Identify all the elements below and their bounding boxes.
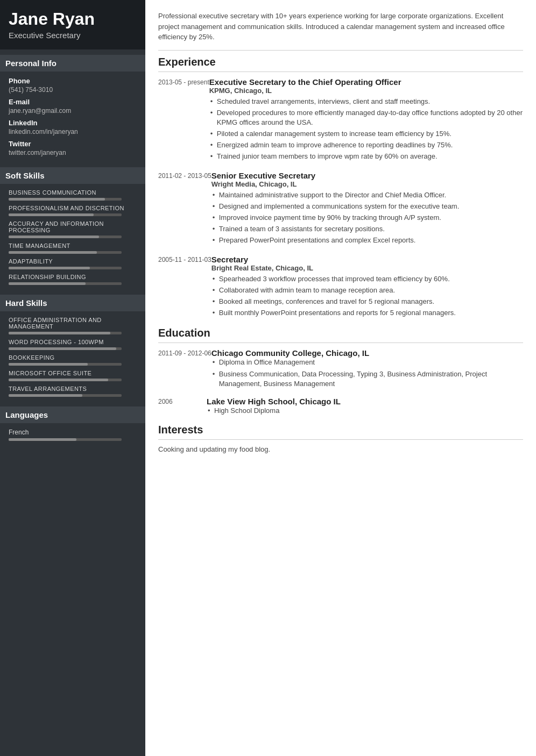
skill-bar-bg (9, 379, 122, 381)
bullet-item: Trained junior team members to improve w… (209, 152, 523, 161)
skill-bar-bg (9, 213, 122, 216)
personal-info-section: Personal Info Phone (541) 754-3010 E-mai… (0, 49, 145, 162)
experience-container: 2013-05 - present Executive Secretary to… (158, 77, 523, 320)
languages-label: Languages (0, 406, 145, 423)
edu-school: Lake View High School, Chicago IL (207, 397, 523, 406)
phone-value: (541) 754-3010 (9, 86, 137, 94)
hard-skill-item: OFFICE ADMINISTRATION AND MANAGEMENT (9, 317, 137, 334)
bullet-item: Spearheaded 3 workflow processes that im… (211, 274, 523, 284)
skill-name: TIME MANAGEMENT (9, 243, 137, 249)
education-block: 2006 Lake View High School, Chicago IL H… (158, 397, 523, 417)
education-block: 2011-09 - 2012-06 Chicago Community Coll… (158, 348, 523, 390)
bullet-item: Collaborated with admin team to manage r… (211, 286, 523, 295)
skill-name: ADAPTABILITY (9, 258, 137, 265)
candidate-title: Executive Secretary (9, 31, 137, 40)
language-name: French (9, 429, 137, 436)
bullet-item: Energized admin team to improve adherenc… (209, 140, 523, 150)
interests-title: Interests (158, 424, 523, 436)
skill-bar-bg (9, 347, 122, 350)
bullet-item: Designed and implemented a communication… (211, 202, 523, 211)
skill-name: MICROSOFT OFFICE SUITE (9, 370, 137, 376)
hard-skills-section: Hard Skills OFFICE ADMINISTRATION AND MA… (0, 289, 145, 401)
bullet-item: Prepared PowerPoint presentations and co… (211, 236, 523, 245)
experience-block: 2011-02 - 2013-05 Senior Executive Secre… (158, 171, 523, 247)
bullet-item: Developed procedures to more efficiently… (209, 108, 523, 127)
soft-skill-item: ACCURACY AND INFORMATION PROCESSING (9, 220, 137, 238)
exp-content: Senior Executive Secretary Wright Media,… (211, 171, 523, 247)
bullet-item: Maintained administrative support to the… (211, 190, 523, 200)
skill-bar-bg (9, 282, 122, 285)
skill-bar-fill (9, 379, 108, 381)
exp-job-title: Senior Executive Secretary (211, 171, 523, 180)
languages-container: French (9, 429, 137, 441)
exp-bullets: Spearheaded 3 workflow processes that im… (211, 274, 523, 318)
edu-bullet-item: Diploma in Office Management (211, 358, 523, 367)
edu-bullets: High School Diploma (207, 406, 523, 416)
twitter-value: twitter.com/janeryan (9, 149, 137, 156)
edu-content: Lake View High School, Chicago IL High S… (207, 397, 523, 417)
skill-bar-fill (9, 332, 110, 334)
language-item: French (9, 429, 137, 441)
exp-job-title: Executive Secretary to the Chief Operati… (209, 77, 523, 87)
main-content: Professional executive secretary with 10… (145, 0, 536, 756)
skill-bar-bg (9, 236, 122, 238)
candidate-name: Jane Ryan (9, 10, 137, 28)
soft-skill-item: ADAPTABILITY (9, 258, 137, 269)
exp-bullets: Maintained administrative support to the… (211, 190, 523, 246)
sidebar-header: Jane Ryan Executive Secretary (0, 0, 145, 49)
edu-bullet-item: High School Diploma (207, 406, 523, 416)
skill-name: OFFICE ADMINISTRATION AND MANAGEMENT (9, 317, 137, 330)
experience-divider (158, 72, 523, 72)
exp-date: 2011-02 - 2013-05 (158, 171, 211, 247)
language-bar-fill (9, 438, 76, 441)
linkedin-value: linkedin.com/in/janeryan (9, 128, 137, 135)
education-divider (158, 343, 523, 343)
bullet-item: Improved invoice payment time by 90% by … (211, 213, 523, 223)
skill-bar-fill (9, 251, 97, 254)
education-container: 2011-09 - 2012-06 Chicago Community Coll… (158, 348, 523, 417)
experience-title: Experience (158, 56, 523, 68)
skill-name: BOOKKEEPING (9, 354, 137, 361)
skill-bar-fill (9, 267, 90, 269)
skill-name: WORD PROCESSING - 100WPM (9, 339, 137, 345)
skill-bar-fill (9, 394, 82, 397)
interests-text: Cooking and updating my food blog. (158, 445, 523, 453)
soft-skills-label: Soft Skills (0, 167, 145, 184)
skill-bar-bg (9, 198, 122, 201)
hard-skill-item: WORD PROCESSING - 100WPM (9, 339, 137, 350)
bullet-item: Booked all meetings, conferences and tra… (211, 297, 523, 306)
bullet-item: Built monthly PowerPoint presentations a… (211, 308, 523, 318)
skill-bar-fill (9, 198, 105, 201)
skill-bar-bg (9, 251, 122, 254)
soft-skill-item: PROFESSIONALISM AND DISCRETION (9, 205, 137, 216)
personal-info-label: Personal Info (0, 55, 145, 72)
language-bar-bg (9, 438, 122, 441)
email-label: E-mail (9, 98, 137, 106)
exp-content: Secretary Bright Real Estate, Chicago, I… (211, 255, 523, 320)
bullet-item: Scheduled travel arrangements, interview… (209, 97, 523, 106)
soft-skill-item: BUSINESS COMMUNICATION (9, 189, 137, 201)
edu-date: 2011-09 - 2012-06 (158, 348, 211, 390)
skill-bar-bg (9, 363, 122, 366)
summary: Professional executive secretary with 10… (158, 11, 523, 42)
experience-block: 2013-05 - present Executive Secretary to… (158, 77, 523, 163)
phone-label: Phone (9, 77, 137, 85)
edu-content: Chicago Community College, Chicago, IL D… (211, 348, 523, 390)
skill-bar-fill (9, 213, 94, 216)
linkedin-label: LinkedIn (9, 119, 137, 127)
exp-job-title: Secretary (211, 255, 523, 264)
bullet-item: Trained a team of 3 assistants for secre… (211, 224, 523, 234)
experience-block: 2005-11 - 2011-03 Secretary Bright Real … (158, 255, 523, 320)
skill-bar-bg (9, 267, 122, 269)
edu-bullet-item: Business Communication, Data Processing,… (211, 369, 523, 389)
languages-section: Languages French (0, 401, 145, 445)
hard-skill-item: MICROSOFT OFFICE SUITE (9, 370, 137, 381)
exp-date: 2005-11 - 2011-03 (158, 255, 211, 320)
skill-name: ACCURACY AND INFORMATION PROCESSING (9, 220, 137, 233)
sidebar: Jane Ryan Executive Secretary Personal I… (0, 0, 145, 756)
exp-content: Executive Secretary to the Chief Operati… (209, 77, 523, 163)
skill-name: BUSINESS COMMUNICATION (9, 189, 137, 196)
hard-skill-item: BOOKKEEPING (9, 354, 137, 366)
skill-name: PROFESSIONALISM AND DISCRETION (9, 205, 137, 211)
hard-skill-item: TRAVEL ARRANGEMENTS (9, 386, 137, 397)
